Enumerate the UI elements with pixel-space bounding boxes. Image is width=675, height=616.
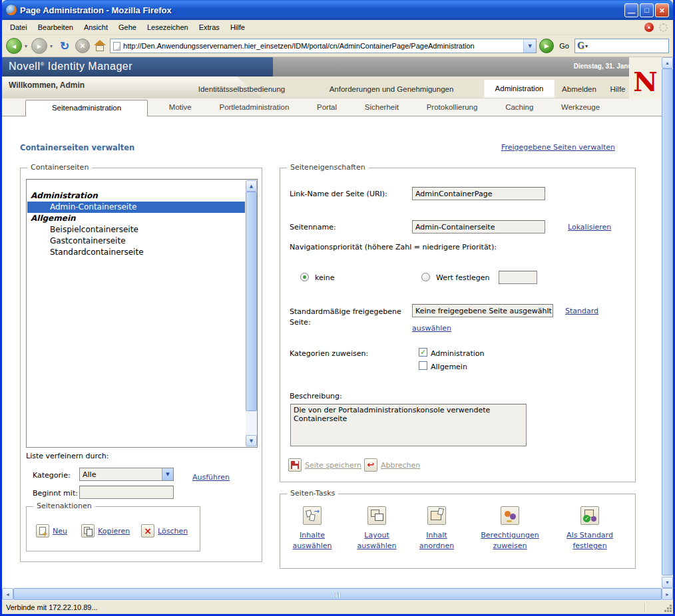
delete-page-link[interactable]: Löschen xyxy=(158,527,188,536)
tab-logout[interactable]: Abmelden xyxy=(562,85,596,93)
forward-button[interactable]: ► xyxy=(31,38,47,54)
search-input[interactable]: G ▾ xyxy=(574,39,669,53)
resize-grip[interactable] xyxy=(670,605,672,607)
menu-ansicht[interactable]: Ansicht xyxy=(79,21,113,33)
container-pages-panel: Containerseiten Administration Admin-Con… xyxy=(20,168,262,562)
scroll-down-icon[interactable]: ▼ xyxy=(246,435,257,446)
arrange-content-icon[interactable] xyxy=(427,506,446,525)
horizontal-scroll-thumb[interactable] xyxy=(13,588,662,600)
priority-value-radio[interactable] xyxy=(421,273,430,281)
save-page-link[interactable]: Seite speichern xyxy=(305,461,361,470)
scroll-thumb[interactable] xyxy=(246,192,257,411)
category-select[interactable]: Alle ▼ xyxy=(79,468,174,481)
set-as-default-icon[interactable]: ✓ xyxy=(580,506,599,525)
horizontal-scrollbar[interactable]: ◄ ► xyxy=(2,588,673,600)
scroll-up-icon[interactable]: ▲ xyxy=(246,180,257,192)
select-dropdown-icon[interactable]: ▼ xyxy=(162,468,173,480)
container-pages-listbox[interactable]: Administration Admin-Containerseite Allg… xyxy=(26,179,258,448)
tab-themes[interactable]: Motive xyxy=(169,103,192,111)
home-button[interactable] xyxy=(93,39,107,53)
new-page-link[interactable]: Neu xyxy=(53,527,67,536)
tab-requests-approvals[interactable]: Anforderungen und Genehmigungen xyxy=(330,85,454,93)
scroll-up-icon[interactable]: ▲ xyxy=(662,57,673,69)
close-button[interactable]: × xyxy=(655,3,669,17)
tab-administration[interactable]: Administration xyxy=(485,80,555,98)
manage-shared-pages-link[interactable]: Freigegebene Seiten verwalten xyxy=(501,143,615,152)
copy-page-icon[interactable] xyxy=(81,524,95,538)
category-administration-checkbox[interactable]: ✓ xyxy=(419,348,427,357)
task-select-content[interactable]: → Inhalte auswählen xyxy=(279,506,345,551)
minimize-button[interactable]: — xyxy=(624,3,638,17)
listbox-scrollbar[interactable]: ▲ ▼ xyxy=(246,180,257,447)
category-general-checkbox[interactable] xyxy=(419,361,427,370)
tab-logging[interactable]: Protokollierung xyxy=(427,103,478,111)
list-item-sample-container-page[interactable]: Beispielcontainerseite xyxy=(27,224,245,235)
reload-button[interactable]: ↻ xyxy=(57,39,73,53)
category-label: Kategorie: xyxy=(33,471,71,480)
new-page-icon[interactable]: + xyxy=(36,524,49,538)
priority-value-input[interactable] xyxy=(499,271,537,284)
select-content-icon[interactable]: → xyxy=(303,506,322,525)
tab-tools[interactable]: Werkzeuge xyxy=(561,103,600,111)
menu-datei[interactable]: Datei xyxy=(5,21,33,33)
tab-help[interactable]: Hilfe xyxy=(610,85,625,93)
back-button[interactable]: ◄ xyxy=(6,38,22,54)
scroll-down-icon[interactable]: ▼ xyxy=(662,577,673,588)
search-engine-dropdown-icon[interactable]: ▾ xyxy=(585,43,588,49)
stop-button[interactable]: × xyxy=(75,39,90,53)
menu-hilfe[interactable]: Hilfe xyxy=(225,21,250,33)
scroll-left-icon[interactable]: ◄ xyxy=(2,588,13,600)
url-dropdown-button[interactable]: ▼ xyxy=(523,39,536,53)
maximize-button[interactable]: □ xyxy=(640,3,654,17)
menu-extras[interactable]: Extras xyxy=(194,21,225,33)
assign-permissions-icon[interactable] xyxy=(501,506,519,525)
task-select-layout[interactable]: Layout auswählen xyxy=(343,506,410,551)
task-arrange-content[interactable]: Inhalt anordnen xyxy=(403,506,470,551)
task-assign-permissions[interactable]: Berechtigungen zuweisen xyxy=(477,506,543,551)
cancel-icon[interactable]: ↩ xyxy=(364,458,377,472)
run-link[interactable]: Ausführen xyxy=(192,473,230,482)
menu-bearbeiten[interactable]: Bearbeiten xyxy=(33,21,79,33)
tab-caching[interactable]: Caching xyxy=(505,103,533,111)
cancel-link[interactable]: Abbrechen xyxy=(381,461,420,470)
vertical-scroll-thumb[interactable] xyxy=(662,69,673,575)
tab-page-administration[interactable]: Seitenadministration xyxy=(25,100,148,116)
url-bar[interactable]: http://Den.Anwendungsservernamen.hier_ei… xyxy=(110,39,537,53)
forward-dropdown-icon[interactable]: ▾ xyxy=(50,43,53,49)
starts-with-input[interactable] xyxy=(79,486,174,499)
uri-input[interactable]: AdminContainerPage xyxy=(412,187,545,200)
select-shared-link[interactable]: auswählen xyxy=(412,324,451,333)
task-set-as-default[interactable]: ✓ Als Standard festlegen xyxy=(557,506,623,551)
menu-gehe[interactable]: Gehe xyxy=(113,21,142,33)
menu-lesezeichen[interactable]: Lesezeichen xyxy=(142,21,194,33)
list-item-admin-container-page[interactable]: Admin-Containerseite xyxy=(27,202,245,213)
vertical-scrollbar[interactable]: ▲ ▼ xyxy=(662,57,673,588)
page-tasks-legend: Seiten-Tasks xyxy=(287,489,338,498)
titlebar[interactable]: Page Administration - Mozilla Firefox — … xyxy=(2,0,673,20)
home-body-icon xyxy=(96,45,104,51)
delete-page-icon[interactable]: × xyxy=(141,524,154,538)
copy-page-link[interactable]: Kopieren xyxy=(98,527,130,536)
default-shared-label: Standardmäßige freigegebene Seite: xyxy=(290,307,408,328)
priority-none-radio[interactable] xyxy=(300,273,309,281)
tab-security[interactable]: Sicherheit xyxy=(365,103,399,111)
localize-link[interactable]: Lokalisieren xyxy=(568,223,611,231)
tab-identity-self-service[interactable]: Identitätsselbstbedienung xyxy=(198,85,285,93)
back-dropdown-icon[interactable]: ▾ xyxy=(25,43,27,49)
page-properties-legend: Seiteneigenschaften xyxy=(287,163,369,172)
default-link[interactable]: Standard xyxy=(565,307,598,315)
save-page-icon[interactable] xyxy=(288,458,302,472)
select-layout-icon[interactable] xyxy=(367,506,386,525)
url-input[interactable]: http://Den.Anwendungsservernamen.hier_ei… xyxy=(123,42,523,50)
description-textarea[interactable]: Die von der Portaladministrationskonsole… xyxy=(290,404,527,446)
tab-portal[interactable]: Portal xyxy=(317,103,337,111)
tab-portlet-administration[interactable]: Portletadministration xyxy=(219,103,289,111)
list-item-guest-container-page[interactable]: Gastcontainerseite xyxy=(27,235,245,247)
page-name-input[interactable]: Admin-Containerseite xyxy=(412,220,545,233)
default-shared-input[interactable]: Keine freigegebene Seite ausgewählt xyxy=(412,304,553,317)
go-button[interactable]: ▶ xyxy=(539,39,554,53)
go-label[interactable]: Go xyxy=(559,42,569,50)
scroll-right-icon[interactable]: ► xyxy=(662,588,673,600)
list-item-default-container-page[interactable]: Standardcontainerseite xyxy=(27,247,245,258)
update-notification-icon[interactable]: ▲ xyxy=(644,23,654,32)
